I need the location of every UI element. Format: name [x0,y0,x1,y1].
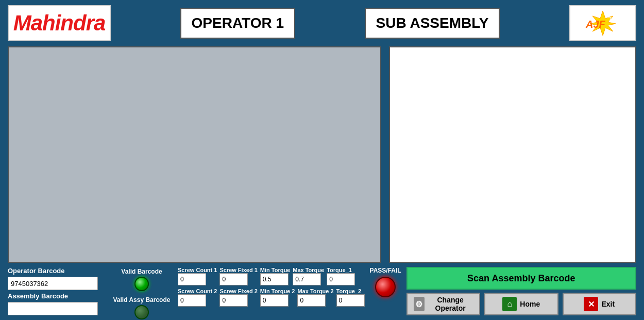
max-torque-2-group: Max Torque 2 [297,288,333,307]
ajf-logo-icon: AJF [574,8,631,38]
min-torque-2-group: Min Torque 2 [260,288,295,307]
max-torque-2-input[interactable] [297,294,326,307]
pass-fail-led [375,277,396,297]
gear-icon: ⚙ [414,297,425,311]
ajf-logo-box: AJF [569,5,636,41]
screw-count-2-label: Screw Count 2 [178,288,217,294]
operator-barcode-label: Operator Barcode [8,267,106,275]
torque-2-group: Torque_2 [336,288,365,307]
screw-count-1-input[interactable] [178,273,206,285]
valid-barcode-indicator: Valid Barcode [111,268,173,291]
screw-row-1: Screw Count 1 Screw Fixed 1 Min Torque M… [178,267,365,285]
max-torque-1-input[interactable] [293,273,321,285]
screw-count-2-input[interactable] [178,294,206,307]
screw-fixed-2-group: Screw Fixed 2 [219,288,257,307]
screw-fixed-2-input[interactable] [219,294,248,307]
sub-assembly-label: SUB ASSEMBLY [376,15,489,31]
home-label: Home [520,300,540,308]
pass-fail-area: PASS/FAIL [370,267,401,297]
right-display-panel [389,46,636,263]
left-camera-panel [8,46,381,263]
max-torque-1-label: Max Torque [293,267,324,273]
operator-barcode-input[interactable] [8,277,98,290]
scan-assembly-button[interactable]: Scan Assembly Barcode [406,267,636,290]
assembly-barcode-input[interactable] [8,302,98,315]
screw-fixed-1-label: Screw Fixed 1 [219,267,257,273]
header: Mahindra OPERATOR 1 SUB ASSEMBLY AJF [0,0,644,46]
change-operator-button[interactable]: ⚙ Change Operator [406,293,480,315]
svg-text:AJF: AJF [585,19,606,30]
main-content [0,46,644,263]
exit-icon: ✕ [584,297,598,311]
assembly-barcode-label: Assembly Barcode [8,292,106,300]
min-torque-1-group: Min Torque [260,267,290,285]
screw-count-1-group: Screw Count 1 [178,267,217,285]
valid-barcode-label: Valid Barcode [121,268,162,275]
action-buttons: ⚙ Change Operator ⌂ Home ✕ Exit [406,293,636,315]
screw-row-2: Screw Count 2 Screw Fixed 2 Min Torque 2… [178,288,365,307]
valid-assy-barcode-led [134,305,149,319]
torque-2-input[interactable] [336,294,365,307]
sub-assembly-box: SUB ASSEMBLY [365,8,500,39]
screw-fixed-2-label: Screw Fixed 2 [219,288,257,294]
valid-assy-barcode-label: Valid Assy Barcode [113,296,171,304]
torque-1-label: Torque_1 [327,267,352,273]
max-torque-1-group: Max Torque [293,267,324,285]
screw-fields: Screw Count 1 Screw Fixed 1 Min Torque M… [178,267,365,307]
mahindra-logo-text: Mahindra [13,11,106,36]
max-torque-2-label: Max Torque 2 [297,288,333,294]
screw-count-2-group: Screw Count 2 [178,288,217,307]
torque-1-input[interactable] [327,273,355,285]
operator-box: OPERATOR 1 [180,8,295,39]
exit-label: Exit [601,300,615,308]
mahindra-logo-box: Mahindra [8,5,111,41]
barcode-indicators: Valid Barcode Valid Assy Barcode [111,267,173,319]
min-torque-2-label: Min Torque 2 [260,288,295,294]
screw-count-1-label: Screw Count 1 [178,267,217,273]
pass-fail-label: PASS/FAIL [370,267,401,274]
min-torque-2-input[interactable] [260,294,289,307]
min-torque-1-input[interactable] [260,273,289,285]
torque-1-group: Torque_1 [327,267,355,285]
min-torque-1-label: Min Torque [260,267,290,273]
bottom-area: Operator Barcode Assembly Barcode Valid … [0,263,644,320]
right-buttons: Scan Assembly Barcode ⚙ Change Operator … [406,267,636,315]
torque-2-label: Torque_2 [336,288,362,294]
home-icon: ⌂ [502,297,517,311]
exit-button[interactable]: ✕ Exit [563,293,636,315]
barcode-fields: Operator Barcode Assembly Barcode [8,267,106,315]
change-operator-label: Change Operator [428,296,473,312]
operator-label: OPERATOR 1 [192,15,284,31]
screw-fixed-1-input[interactable] [219,273,248,285]
screw-fixed-1-group: Screw Fixed 1 [219,267,257,285]
valid-barcode-led [134,277,149,291]
valid-assy-barcode-indicator: Valid Assy Barcode [111,296,173,319]
home-button[interactable]: ⌂ Home [484,293,558,315]
